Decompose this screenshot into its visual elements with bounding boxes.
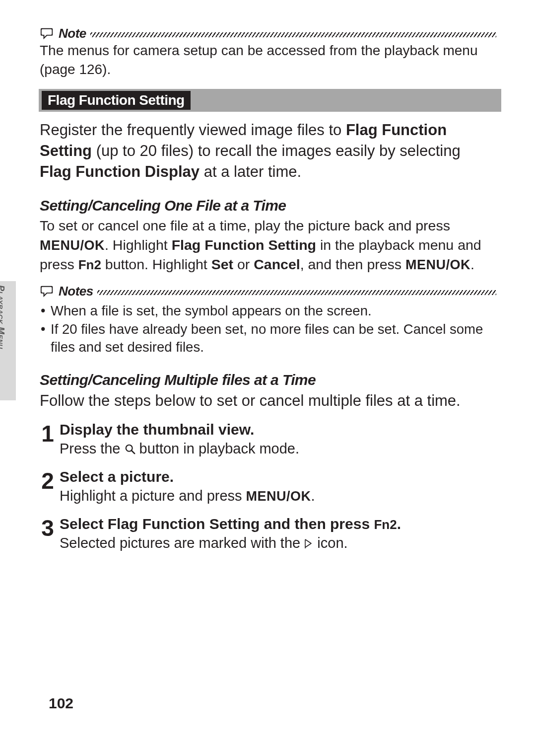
notes-list: When a file is set, the symbol appears o…	[40, 302, 496, 357]
text-bold: Cancel	[254, 256, 300, 272]
notes-list-item: If 20 files have already been set, no mo…	[40, 320, 496, 357]
notes-heading-row: Notes	[40, 284, 496, 299]
step-title: Select Flag Function Setting and then pr…	[60, 516, 496, 532]
text: Select	[60, 516, 108, 532]
text: at a later time.	[200, 163, 301, 180]
page-content: Note The menus for camera setup can be a…	[40, 26, 496, 553]
subbody-one-file: To set or cancel one file at a time, pla…	[40, 216, 496, 274]
section-header-title: Flag Function Setting	[42, 91, 191, 110]
step-title: Select a picture.	[60, 468, 496, 485]
hatch-rule	[90, 32, 496, 37]
text-bold: Flag Function Setting	[172, 237, 316, 253]
notes-label: Notes	[59, 284, 93, 299]
fn2-label: Fn2	[78, 257, 101, 272]
step-text: Highlight a picture and press MENU/OK.	[60, 486, 496, 506]
text: and then press	[260, 516, 374, 532]
step-title: Display the thumbnail view.	[60, 421, 496, 438]
note-label: Note	[59, 26, 86, 41]
svg-line-1	[131, 451, 134, 454]
text: .	[470, 256, 474, 272]
subheading-one-file: Setting/Canceling One File at a Time	[40, 197, 496, 214]
step-number: 2	[40, 468, 55, 506]
section-header-bar: Flag Function Setting	[39, 89, 501, 112]
menu-ok-label: MENU/OK	[405, 257, 470, 272]
text: or	[233, 256, 254, 272]
step-number: 1	[40, 421, 55, 458]
text-bold: Flag Function Setting	[108, 516, 260, 532]
speech-bubble-icon	[40, 26, 55, 41]
text-bold: Set	[211, 256, 233, 272]
text: . Highlight	[105, 237, 172, 253]
note-heading-row: Note	[40, 26, 496, 41]
step-3: 3 Select Flag Function Setting and then …	[40, 516, 496, 553]
speech-bubble-icon	[40, 284, 55, 299]
side-tab-label: Playback Menu	[0, 285, 6, 396]
text-bold: Flag Function Display	[40, 163, 200, 180]
step-2: 2 Select a picture. Highlight a picture …	[40, 468, 496, 506]
text: Press the	[60, 441, 125, 456]
section-intro: Register the frequently viewed image fil…	[40, 120, 496, 182]
text: .	[397, 516, 401, 532]
step-text: Selected pictures are marked with the ic…	[60, 533, 496, 553]
page-number: 102	[49, 695, 73, 712]
text: .	[311, 488, 315, 504]
menu-ok-label: MENU/OK	[40, 238, 105, 253]
text: icon.	[313, 535, 347, 551]
text: (up to 20 files) to recall the images ea…	[92, 142, 461, 159]
fn2-label: Fn2	[374, 517, 397, 532]
subheading-multi-files: Setting/Canceling Multiple files at a Ti…	[40, 372, 496, 388]
step-1: 1 Display the thumbnail view. Press the …	[40, 421, 496, 458]
steps: 1 Display the thumbnail view. Press the …	[40, 421, 496, 553]
step-number: 3	[40, 516, 55, 553]
menu-ok-label: MENU/OK	[246, 489, 311, 504]
magnify-icon	[125, 440, 135, 451]
text: To set or cancel one file at a time, pla…	[40, 218, 450, 233]
text: Register the frequently viewed image fil…	[40, 121, 346, 139]
subbody-multi-lead: Follow the steps below to set or cancel …	[40, 390, 496, 411]
flag-outline-icon	[304, 535, 313, 546]
text: button. Highlight	[101, 256, 211, 272]
hatch-rule	[97, 290, 496, 295]
text: , and then press	[300, 256, 405, 272]
text: button in playback mode.	[135, 441, 299, 456]
step-text: Press the button in playback mode.	[60, 439, 496, 458]
text: Selected pictures are marked with the	[60, 535, 304, 551]
notes-list-item: When a file is set, the symbol appears o…	[40, 302, 496, 320]
note-body: The menus for camera setup can be access…	[40, 41, 496, 79]
text: Highlight a picture and press	[60, 488, 246, 504]
